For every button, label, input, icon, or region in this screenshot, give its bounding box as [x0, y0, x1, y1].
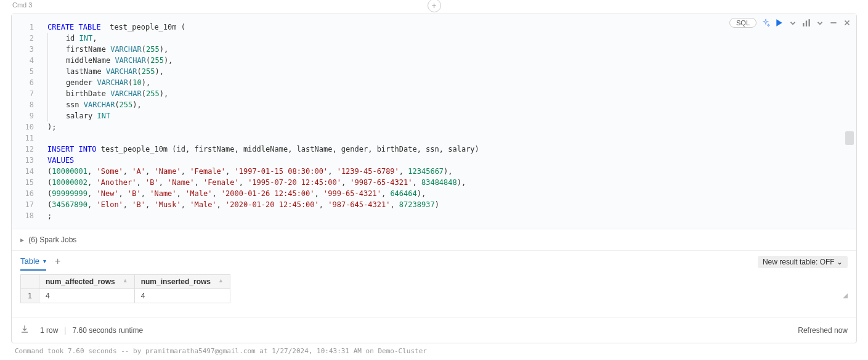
line-number: 1	[12, 22, 43, 33]
language-badge[interactable]: SQL	[729, 18, 756, 28]
sort-icon[interactable]: ▲	[123, 277, 128, 284]
code-line: 18;	[12, 210, 856, 221]
line-number: 14	[12, 166, 43, 177]
code-line: 3 firstName VARCHAR(255),	[12, 44, 856, 55]
line-number: 5	[12, 66, 43, 77]
code-content: gender VARCHAR(10),	[43, 77, 150, 88]
code-line: 4 middleName VARCHAR(255),	[12, 55, 856, 66]
code-line: 8 ssn VARCHAR(255),	[12, 99, 856, 110]
table-cell: 4	[134, 289, 230, 303]
code-content: (10000002, 'Another', 'B', 'Name', 'Fema…	[43, 177, 466, 188]
code-line: 9 salary INT	[12, 110, 856, 121]
minimize-icon[interactable]	[829, 18, 838, 27]
line-number: 13	[12, 155, 43, 166]
results-panel: Table ▾ + New result table: OFF ⌄ num_af…	[12, 250, 856, 343]
download-icon[interactable]	[20, 325, 29, 335]
code-content: (99999999, 'New', 'B', 'Name', 'Male', '…	[43, 188, 426, 199]
code-line: 6 gender VARCHAR(10),	[12, 77, 856, 88]
code-content: );	[43, 121, 56, 133]
chevron-down-icon: ⌄	[837, 258, 843, 266]
line-number: 18	[12, 210, 43, 221]
line-number: 6	[12, 77, 43, 88]
chevron-down-icon[interactable]: ▾	[43, 258, 46, 264]
line-number: 15	[12, 177, 43, 188]
code-content: salary INT	[43, 110, 110, 121]
line-number: 4	[12, 55, 43, 66]
sort-icon[interactable]: ▲	[218, 277, 224, 284]
line-number: 7	[12, 88, 43, 99]
line-number: 12	[12, 144, 43, 155]
code-content: lastName VARCHAR(255),	[43, 66, 164, 77]
row-index: 1	[21, 289, 39, 303]
line-number: 17	[12, 199, 43, 210]
column-header[interactable]: num_inserted_rows▲	[134, 275, 230, 289]
code-content: birthDate VARCHAR(255),	[43, 88, 168, 99]
code-content: middleName VARCHAR(255),	[43, 55, 172, 66]
code-content	[43, 133, 47, 144]
cell-toolbar: SQL	[729, 18, 851, 28]
line-number: 9	[12, 110, 43, 121]
tab-table[interactable]: Table ▾	[20, 256, 46, 271]
runtime-text: 7.60 seconds runtime	[72, 326, 143, 335]
code-line: 15(10000002, 'Another', 'B', 'Name', 'Fe…	[12, 177, 856, 188]
table-row: 144	[21, 289, 230, 303]
svg-rect-1	[806, 21, 807, 27]
run-cell-button[interactable]	[775, 18, 784, 27]
spark-jobs-row[interactable]: ▸ (6) Spark Jobs	[12, 229, 856, 250]
resize-handle-icon[interactable]	[843, 293, 848, 298]
add-cell-above-button[interactable]: +	[428, 0, 441, 12]
code-content: VALUES	[43, 155, 74, 166]
chart-icon[interactable]	[802, 18, 811, 27]
command-status-line: Command took 7.60 seconds -- by pramitma…	[0, 343, 868, 360]
code-line: 2 id INT,	[12, 33, 856, 44]
line-number: 3	[12, 44, 43, 55]
caret-right-icon[interactable]: ▸	[20, 235, 24, 244]
line-number: 2	[12, 33, 43, 44]
assistant-icon[interactable]	[761, 18, 770, 27]
minimap-scrollbar[interactable]	[845, 131, 854, 145]
separator: |	[64, 326, 66, 335]
row-count: 1 row	[40, 326, 58, 335]
code-line: 16(99999999, 'New', 'B', 'Name', 'Male',…	[12, 188, 856, 199]
result-table-wrap: num_affected_rows▲num_inserted_rows▲ 144	[12, 271, 856, 303]
add-tab-button[interactable]: +	[55, 256, 60, 271]
code-line: 5 lastName VARCHAR(255),	[12, 66, 856, 77]
result-table: num_affected_rows▲num_inserted_rows▲ 144	[20, 274, 230, 303]
code-line: 7 birthDate VARCHAR(255),	[12, 88, 856, 99]
tab-label: Table	[20, 256, 39, 266]
code-content: id INT,	[43, 33, 97, 44]
code-content: (10000001, 'Some', 'A', 'Name', 'Female'…	[43, 166, 453, 177]
svg-rect-2	[809, 19, 810, 27]
code-line: 10);	[12, 121, 856, 133]
line-number: 16	[12, 188, 43, 199]
refreshed-status: Refreshed now	[798, 326, 848, 335]
line-number: 10	[12, 121, 43, 133]
code-content: INSERT INTO test_people_10m (id, firstNa…	[43, 144, 479, 155]
code-editor[interactable]: 1CREATE TABLE test_people_10m (2 id INT,…	[12, 14, 856, 229]
code-line: 13VALUES	[12, 155, 856, 166]
column-header[interactable]: num_affected_rows▲	[39, 275, 135, 289]
code-content: CREATE TABLE test_people_10m (	[43, 22, 185, 33]
spark-jobs-label: (6) Spark Jobs	[28, 235, 76, 244]
close-icon[interactable]	[843, 18, 851, 27]
chevron-down-icon[interactable]	[789, 18, 797, 27]
code-line: 17(34567890, 'Elon', 'B', 'Musk', 'Male'…	[12, 199, 856, 210]
code-content: ssn VARCHAR(255),	[43, 99, 142, 110]
code-line: 11	[12, 133, 856, 144]
code-content: firstName VARCHAR(255),	[43, 44, 168, 55]
results-footer: 1 row | 7.60 seconds runtime Refreshed n…	[12, 317, 856, 343]
table-cell: 4	[39, 289, 135, 303]
code-content: ;	[43, 210, 52, 221]
code-line: 12INSERT INTO test_people_10m (id, first…	[12, 144, 856, 155]
row-index-header	[21, 275, 39, 289]
svg-rect-0	[803, 23, 804, 27]
result-table-toggle[interactable]: New result table: OFF ⌄	[758, 256, 848, 268]
code-content: (34567890, 'Elon', 'B', 'Musk', 'Male', …	[43, 199, 439, 210]
line-number: 8	[12, 99, 43, 110]
notebook-cell: SQL 1CREATE TABLE	[11, 14, 857, 343]
line-number: 11	[12, 133, 43, 144]
code-line: 14(10000001, 'Some', 'A', 'Name', 'Femal…	[12, 166, 856, 177]
chevron-down-icon[interactable]	[816, 18, 824, 27]
